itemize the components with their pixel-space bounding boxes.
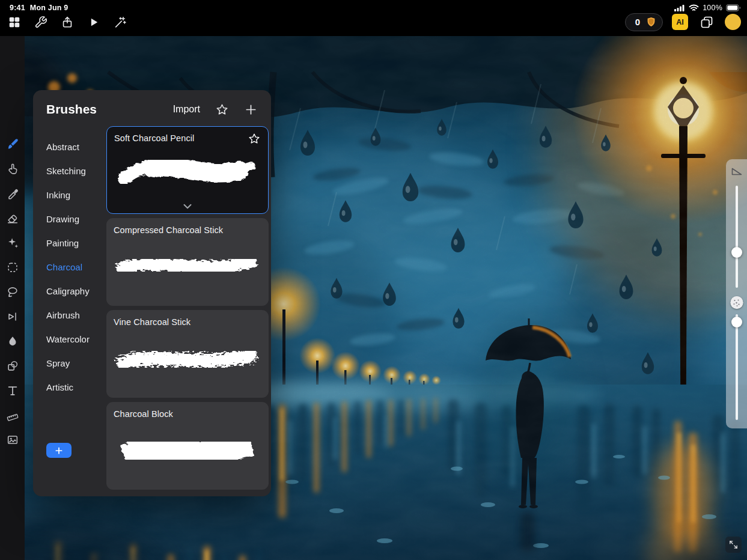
favorite-star-icon[interactable] (248, 132, 261, 145)
category-painting[interactable]: Painting (46, 231, 106, 255)
credits-badge[interactable]: 0 (625, 13, 663, 31)
text-icon (6, 384, 19, 397)
actions-button[interactable] (31, 13, 50, 31)
import-button[interactable]: Import (173, 104, 200, 115)
brush-list: Soft Charcoal Pencil (106, 125, 271, 496)
wrench-icon (34, 16, 47, 29)
brush-slider-panel (726, 159, 747, 428)
brush-name: Vine Charcoal Stick (114, 317, 191, 327)
smudge-finger-icon (6, 162, 19, 175)
magic-wand-button[interactable] (111, 13, 129, 31)
gallery-button[interactable] (5, 13, 23, 31)
brush-name: Charcoal Block (114, 409, 173, 419)
modify-button[interactable] (730, 296, 743, 309)
status-time: 9:41 (10, 4, 25, 12)
brushes-panel-header: Brushes Import (33, 90, 271, 125)
share-button[interactable] (58, 13, 76, 31)
category-caligraphy[interactable]: Caligraphy (46, 279, 106, 303)
gallery-icon (8, 16, 21, 29)
status-bar: 9:41 Mon Jun 9 100% (0, 3, 747, 13)
panel-title: Brushes (46, 102, 97, 117)
color-swatch-button[interactable] (725, 14, 741, 30)
wifi-icon (689, 4, 699, 11)
brush-item-vine-charcoal-stick[interactable]: Vine Charcoal Stick (106, 310, 269, 398)
layers-button[interactable] (697, 13, 716, 31)
selection-icon (6, 261, 19, 274)
shapes-icon (6, 359, 19, 373)
category-spray[interactable]: Spray (46, 351, 106, 375)
layers-icon (700, 15, 714, 29)
text-tool-button[interactable] (5, 383, 20, 398)
battery-icon (726, 4, 741, 11)
add-category-button[interactable] (46, 443, 72, 458)
image-icon (6, 433, 19, 446)
brush-stroke-preview (114, 330, 261, 380)
chevron-down-icon[interactable] (181, 199, 194, 213)
plus-icon (244, 103, 258, 117)
brush-item-charcoal-block[interactable]: Charcoal Block (106, 402, 269, 490)
magic-wand-icon (114, 16, 127, 29)
ai-label: AI (676, 18, 684, 26)
brush-stroke-preview (114, 146, 261, 193)
paint-drop-icon (6, 335, 19, 348)
image-tool-button[interactable] (5, 433, 20, 447)
texture-dot-icon (730, 296, 743, 309)
brushes-panel: Brushes Import Abstract S (33, 90, 271, 496)
status-date: Mon Jun 9 (30, 4, 69, 12)
lasso-tool-button[interactable] (5, 285, 20, 299)
ruler-icon (6, 409, 19, 422)
category-drawing[interactable]: Drawing (46, 207, 106, 231)
category-charcoal[interactable]: Charcoal (46, 255, 106, 279)
eraser-icon (6, 212, 19, 225)
ruler-tool-button[interactable] (5, 408, 20, 422)
cellular-signal-icon (674, 4, 685, 11)
brush-tool-button[interactable] (5, 137, 20, 151)
category-watercolor[interactable]: Watercolor (46, 327, 106, 351)
size-wedge-icon (731, 167, 742, 175)
plus-icon (54, 446, 64, 455)
category-artistic[interactable]: Artistic (46, 375, 106, 399)
brush-size-slider[interactable] (736, 186, 738, 288)
fullscreen-button[interactable] (725, 537, 742, 553)
ai-button[interactable]: AI (672, 14, 688, 30)
expand-icon (728, 540, 739, 550)
brush-category-list: Abstract Sketching Inking Drawing Painti… (46, 135, 106, 399)
sparkle-icon (6, 236, 19, 249)
symmetry-tool-button[interactable] (5, 309, 20, 324)
brush-category-column: Abstract Sketching Inking Drawing Painti… (33, 125, 106, 496)
play-button[interactable] (84, 13, 103, 31)
category-airbrush[interactable]: Airbrush (46, 303, 106, 327)
flip-symmetry-icon (6, 310, 19, 323)
play-icon (88, 16, 100, 28)
marker-tool-button[interactable] (5, 186, 20, 201)
category-abstract[interactable]: Abstract (46, 135, 106, 159)
category-sketching[interactable]: Sketching (46, 159, 106, 183)
brush-item-soft-charcoal-pencil[interactable]: Soft Charcoal Pencil (106, 126, 269, 214)
shield-badge-icon (645, 16, 657, 28)
credits-count: 0 (635, 17, 640, 27)
brush-size-handle[interactable] (731, 247, 742, 258)
brush-opacity-handle[interactable] (731, 317, 742, 327)
top-toolbar: 9:41 Mon Jun 9 100% (0, 0, 747, 36)
selection-tool-button[interactable] (5, 260, 20, 275)
star-icon (215, 103, 229, 117)
share-icon (61, 16, 74, 29)
brush-item-compressed-charcoal-stick[interactable]: Compressed Charcoal Stick (106, 218, 269, 306)
brush-stroke-preview (114, 239, 261, 288)
battery-percent: 100% (703, 4, 722, 12)
brush-name: Soft Charcoal Pencil (114, 133, 194, 143)
shape-tool-button[interactable] (5, 359, 20, 373)
add-brush-set-button[interactable] (243, 102, 258, 117)
fill-tool-button[interactable] (5, 334, 20, 348)
marker-brush-icon (6, 187, 19, 200)
paintbrush-icon (5, 137, 20, 151)
favorites-button[interactable] (215, 102, 229, 117)
brush-opacity-slider[interactable] (736, 314, 738, 420)
eraser-tool-button[interactable] (5, 211, 20, 225)
brush-stroke-preview (114, 422, 261, 472)
smudge-tool-button[interactable] (5, 162, 20, 176)
category-inking[interactable]: Inking (46, 183, 106, 207)
adjustments-tool-button[interactable] (5, 236, 20, 250)
brush-name: Compressed Charcoal Stick (114, 225, 223, 235)
app-screen: 9:41 Mon Jun 9 100% (0, 0, 747, 560)
